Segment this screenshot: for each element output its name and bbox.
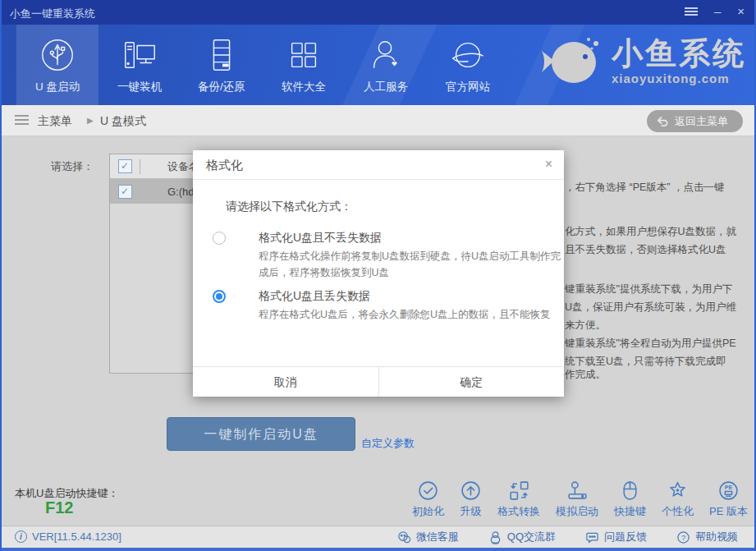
help-text-fragment: 统下载至U盘，只需等待下载完成即 [565,355,726,369]
hotkey-value: F12 [45,498,73,517]
custom-params-link[interactable]: 自定义参数 [361,436,415,451]
back-button-label: 返回主菜单 [675,114,728,129]
version-info: i VER[11.5.44.1230] [15,530,121,543]
breadcrumb-root[interactable]: 主菜单 [38,114,72,129]
cancel-button[interactable]: 取消 [193,367,378,397]
person-icon [367,36,405,74]
select-all-checkbox[interactable]: ✓ [118,159,132,173]
feedback-link[interactable]: 问题反馈 [585,530,647,544]
nav-item-usb-boot[interactable]: U 盘启动 [16,25,99,105]
titlebar: 小鱼一键重装系统 – × [0,0,756,25]
pe-version-icon: PE [717,480,740,502]
tool-format-convert[interactable]: 格式转换 [497,480,540,521]
svg-text:PE: PE [725,484,733,491]
status-link-label: 微信客服 [416,530,459,544]
brand-name: 小鱼系统 [612,38,746,69]
nav-item-official-site[interactable]: 官方网站 [427,25,509,105]
help-text-fragment: 键重装系统"提供系统下载，为用户下 [565,282,732,296]
list-icon [15,115,29,127]
wechat-icon [397,530,411,544]
help-text-fragment: U盘，保证用户有系统可装，为用户维 [565,301,736,315]
main-nav: U 盘启动 一键装机 备份/还原 软件大全 [0,25,756,105]
tool-label: 模拟启动 [556,504,598,519]
nav-item-software-collection[interactable]: 软件大全 [263,25,345,105]
nav-item-human-service[interactable]: 人工服务 [345,25,427,105]
nav-label: 人工服务 [364,80,408,94]
status-link-label: 问题反馈 [604,530,647,544]
grid-icon [285,36,323,74]
tool-label: 初始化 [412,504,444,519]
tool-hotkey[interactable]: 快捷键 [614,480,646,521]
wechat-support-link[interactable]: 微信客服 [397,530,459,544]
dialog-close-icon[interactable]: × [545,157,552,172]
help-text-fragment: ，右下角选择 “PE版本” ，点击一键 [565,181,724,195]
joystick-icon [566,480,589,502]
help-text-fragment: 化方式，如果用户想保存U盘数据，就 [565,225,736,239]
breadcrumb-separator-icon: ▶ [87,116,94,125]
format-dialog: 格式化 × 请选择以下格式化方式： 格式化U盘且不丢失数据 程序在格式化操作前将… [193,150,564,397]
qq-group-link[interactable]: QQ交流群 [488,530,556,544]
globe-icon [449,36,487,74]
server-icon [203,36,241,74]
nav-item-one-key-install[interactable]: 一键装机 [99,25,181,105]
option-label[interactable]: 格式化U盘且丢失数据 [259,289,370,304]
help-text-fragment: 键重装系统"将全程自动为用户提供PE [565,337,736,351]
version-text: VER[11.5.44.1230] [32,530,121,543]
status-links: 微信客服 QQ交流群 问题反馈 ? 帮助视频 [397,530,738,544]
computer-icon [121,36,158,74]
help-text-fragment: 且不丢失数据，否则选择格式化U盘 [565,243,726,257]
nav-item-backup-restore[interactable]: 备份/还原 [181,25,263,105]
tool-initialize[interactable]: 初始化 [412,480,444,521]
option-label[interactable]: 格式化U盘且不丢失数据 [259,231,382,246]
return-arrow-icon [657,115,669,127]
tool-label: 格式转换 [497,504,540,519]
app-window: 小鱼一键重装系统 – × U 盘启动 一键装机 [0,0,756,551]
tool-label: 个性化 [662,504,694,519]
qq-icon [488,530,502,544]
select-label: 请选择： [51,159,94,174]
close-icon[interactable]: × [737,5,745,18]
back-to-main-menu-button[interactable]: 返回主菜单 [647,110,743,132]
menu-icon[interactable] [685,6,698,17]
dialog-header: 格式化 × [193,150,564,180]
tool-label: 快捷键 [614,504,646,519]
nav-items: U 盘启动 一键装机 备份/还原 软件大全 [16,25,509,105]
up-arrow-circle-icon [460,480,482,502]
nav-label: 软件大全 [282,80,326,94]
brand-domain: xiaoyuxitong.com [612,72,746,85]
nav-label: 备份/还原 [198,80,245,94]
window-left-border [0,0,2,551]
tool-personalize[interactable]: 个性化 [662,480,694,521]
nav-label: 官方网站 [446,80,490,94]
brand-logo: 小鱼系统 xiaoyuxitong.com [539,34,746,87]
minimize-icon[interactable]: – [714,5,721,18]
convert-icon [508,480,530,502]
question-circle-icon: ? [676,530,690,544]
breadcrumb-bar: 主菜单 ▶ U 盘模式 返回主菜单 [2,105,754,136]
usb-icon [39,36,76,74]
make-boot-usb-button[interactable]: 一键制作启动U盘 [167,417,355,451]
window-bottom-border [0,548,756,551]
mouse-icon [619,480,641,502]
check-circle-icon [417,480,439,502]
radio-lose-data[interactable] [213,290,226,303]
tool-upgrade[interactable]: 升级 [460,480,482,521]
nav-label: 一键装机 [117,80,162,94]
status-link-label: QQ交流群 [507,530,556,544]
svg-text:?: ? [681,532,685,541]
ok-button[interactable]: 确定 [378,367,565,397]
tool-simulate-boot[interactable]: 模拟启动 [556,480,598,521]
help-video-link[interactable]: ? 帮助视频 [676,530,738,544]
radio-keep-data[interactable] [213,232,226,245]
tool-label: 升级 [460,504,482,519]
help-text-fragment: 作完成。 [565,368,606,382]
nav-label: U 盘启动 [35,80,80,94]
option-description: 程序在格式化U盘后，将会永久删除您U盘上的数据，且不能恢复 [259,306,564,323]
tool-pe-version[interactable]: PE PE 版本 [709,480,748,521]
tool-label: PE 版本 [709,504,748,519]
dialog-footer: 取消 确定 [193,366,564,397]
row-checkbox[interactable]: ✓ [118,185,132,199]
statusbar: i VER[11.5.44.1230] 微信客服 QQ交流群 问题反馈 ? 帮助… [2,526,754,548]
window-title: 小鱼一键重装系统 [10,7,95,21]
dialog-prompt: 请选择以下格式化方式： [226,200,352,214]
